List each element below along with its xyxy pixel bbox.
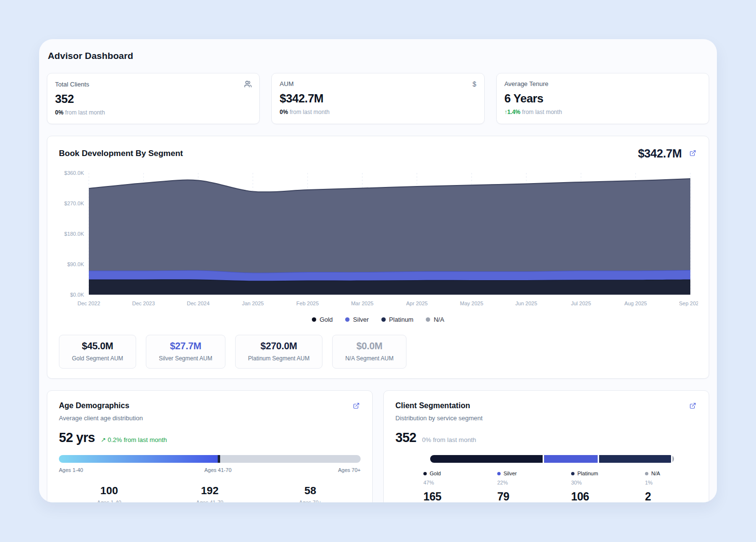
stat-value: 352 bbox=[55, 92, 252, 106]
age-group-label: Ages 41-70 bbox=[159, 499, 260, 502]
segment-aum-boxes: $45.0M Gold Segment AUM $27.7M Silver Se… bbox=[59, 335, 697, 369]
stat-change: 0% from last month bbox=[280, 109, 476, 115]
client-segmentation-subtitle: Distribution by service segment bbox=[395, 414, 483, 422]
svg-text:$180.0K: $180.0K bbox=[64, 231, 84, 237]
svg-text:Jun 2025: Jun 2025 bbox=[516, 300, 537, 306]
age-scale-mid: Ages 41-70 bbox=[204, 467, 231, 473]
segment-aum-value: $0.0M bbox=[345, 341, 393, 352]
segment-aum-box-na: $0.0M N/A Segment AUM bbox=[332, 335, 406, 369]
segment-count: 79 bbox=[497, 490, 526, 502]
age-group-count: 100 bbox=[59, 485, 159, 497]
svg-text:$0.0K: $0.0K bbox=[70, 292, 84, 298]
legend-dot bbox=[426, 317, 430, 322]
segment-aum-label: N/A Segment AUM bbox=[345, 355, 393, 362]
external-link-icon bbox=[689, 150, 696, 158]
segment-percent: 30% bbox=[571, 480, 600, 485]
segment-count: 2 bbox=[645, 490, 674, 502]
segmentation-bar-segment bbox=[544, 455, 598, 463]
age-group-counts: 100 Ages 1-40 192 Ages 41-70 58 Ages 70+ bbox=[59, 485, 361, 502]
svg-text:$270.0K: $270.0K bbox=[64, 200, 84, 206]
stat-card-total-clients: Total Clients 352 0% from last month bbox=[47, 73, 260, 124]
age-change: ↗ 0.2% from last month bbox=[100, 436, 167, 443]
legend-item: Gold bbox=[312, 316, 333, 323]
segment-name: Silver bbox=[504, 471, 517, 476]
stat-label: AUM bbox=[280, 80, 294, 87]
stats-row: Total Clients 352 0% from last month AUM… bbox=[47, 73, 709, 124]
segment-aum-label: Platinum Segment AUM bbox=[248, 355, 309, 362]
stat-label: Average Tenure bbox=[504, 80, 548, 87]
segment-aum-box-gold: $45.0M Gold Segment AUM bbox=[59, 335, 136, 369]
positive-change: ↑1.4% bbox=[504, 109, 520, 115]
segment-item-na: N/A 1% 2 bbox=[645, 471, 674, 502]
svg-text:Sep 2025: Sep 2025 bbox=[679, 300, 698, 306]
expand-age-demographics-button[interactable] bbox=[352, 401, 361, 412]
age-demographics-subtitle: Average client age distribution bbox=[59, 414, 143, 422]
legend-dot bbox=[381, 317, 386, 322]
segment-count: 106 bbox=[571, 490, 600, 502]
dashboard-panel: Advisor Dashboard Total Clients 352 0% f… bbox=[39, 39, 717, 502]
age-group-col: 100 Ages 1-40 bbox=[59, 485, 159, 502]
segment-aum-value: $45.0M bbox=[72, 341, 123, 352]
stat-change: 0% from last month bbox=[55, 109, 252, 116]
svg-text:Apr 2025: Apr 2025 bbox=[406, 300, 428, 306]
client-segmentation-card: Client Segmentation Distribution by serv… bbox=[383, 390, 709, 502]
age-group-col: 192 Ages 41-70 bbox=[159, 485, 260, 502]
expand-client-segmentation-button[interactable] bbox=[688, 401, 697, 412]
stat-value: 6 Years bbox=[504, 92, 701, 105]
svg-text:Jul 2025: Jul 2025 bbox=[571, 300, 591, 306]
book-development-card: Book Development By Segment $342.7M $0.0… bbox=[47, 136, 709, 379]
stat-card-aum: AUM $ $342.7M 0% from last month bbox=[271, 73, 484, 124]
segmentation-change: 0% from last month bbox=[422, 436, 476, 443]
segmentation-bar bbox=[430, 455, 674, 463]
segment-dot bbox=[497, 472, 501, 475]
age-scale-labels: Ages 1-40 Ages 41-70 Ages 70+ bbox=[59, 467, 361, 474]
segment-dot bbox=[645, 472, 648, 475]
segment-aum-value: $27.7M bbox=[159, 341, 212, 352]
segmentation-legend: Gold 47% 165 Silver 22% 79 Platinum 30% … bbox=[423, 471, 674, 502]
segment-item-gold: Gold 47% 165 bbox=[423, 471, 452, 502]
svg-text:Mar 2025: Mar 2025 bbox=[351, 300, 373, 306]
segment-aum-label: Silver Segment AUM bbox=[159, 355, 212, 362]
users-icon bbox=[244, 80, 252, 88]
age-group-col: 58 Ages 70+ bbox=[260, 485, 361, 502]
svg-text:Feb 2025: Feb 2025 bbox=[296, 300, 319, 306]
age-group-count: 58 bbox=[260, 485, 361, 497]
external-link-icon bbox=[353, 402, 360, 411]
segment-percent: 22% bbox=[497, 480, 526, 485]
segment-name: Gold bbox=[430, 471, 441, 476]
segment-aum-box-silver: $27.7M Silver Segment AUM bbox=[146, 335, 225, 369]
book-total-aum: $342.7M bbox=[638, 147, 682, 160]
book-development-title: Book Development By Segment bbox=[59, 149, 183, 158]
segment-aum-value: $270.0M bbox=[248, 341, 309, 352]
segment-aum-box-platinum: $270.0M Platinum Segment AUM bbox=[235, 335, 322, 369]
segment-name: Platinum bbox=[577, 471, 598, 476]
svg-text:$90.0K: $90.0K bbox=[67, 261, 84, 267]
segmentation-bar-segment bbox=[599, 455, 671, 463]
age-scale-left: Ages 1-40 bbox=[59, 467, 83, 473]
svg-text:May 2025: May 2025 bbox=[460, 300, 483, 306]
total-clients-value: 352 bbox=[395, 430, 416, 445]
age-bar-track bbox=[220, 455, 361, 463]
legend-dot bbox=[312, 317, 316, 322]
segmentation-bar-segment bbox=[430, 455, 543, 463]
legend-item: Platinum bbox=[381, 316, 414, 323]
age-bar-fill bbox=[59, 455, 218, 463]
page-title: Advisor Dashboard bbox=[48, 51, 709, 61]
segment-item-platinum: Platinum 30% 106 bbox=[571, 471, 600, 502]
age-group-count: 192 bbox=[159, 485, 260, 497]
svg-text:Jan 2025: Jan 2025 bbox=[242, 300, 264, 306]
segment-aum-label: Gold Segment AUM bbox=[72, 355, 123, 362]
stat-value: $342.7M bbox=[280, 92, 476, 105]
stat-card-average-tenure: Average Tenure 6 Years ↑1.4% from last m… bbox=[496, 73, 709, 124]
client-segmentation-title: Client Segmentation bbox=[395, 401, 483, 410]
age-group-label: Ages 1-40 bbox=[59, 499, 159, 502]
segment-name: N/A bbox=[651, 471, 660, 476]
legend-dot bbox=[345, 317, 350, 322]
segment-percent: 1% bbox=[645, 480, 674, 485]
legend-item: Silver bbox=[345, 316, 369, 323]
svg-text:$360.0K: $360.0K bbox=[64, 170, 84, 176]
segment-item-silver: Silver 22% 79 bbox=[497, 471, 526, 502]
segment-dot bbox=[423, 472, 427, 475]
expand-chart-button[interactable] bbox=[688, 149, 697, 159]
age-group-label: Ages 70+ bbox=[260, 499, 361, 502]
